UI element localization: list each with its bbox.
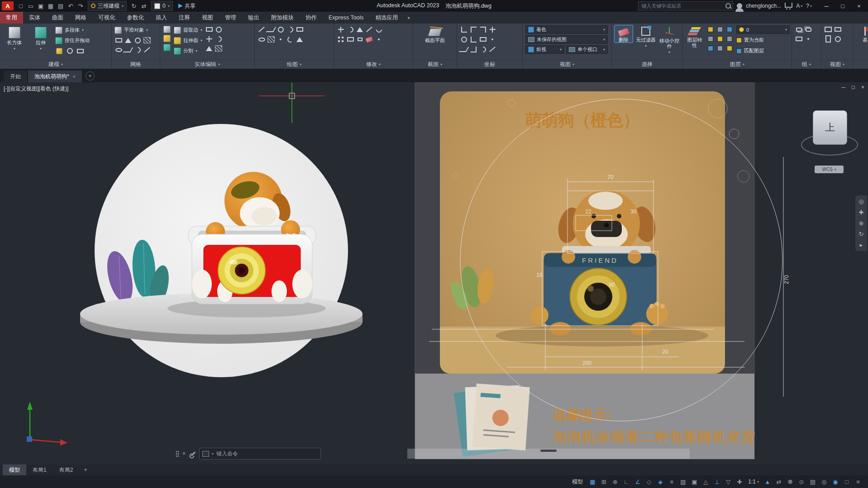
layer-tool-icon[interactable] [725, 44, 734, 52]
layer-tool-icon[interactable] [716, 35, 724, 43]
search-icon[interactable] [725, 3, 731, 9]
tool-icon[interactable] [143, 36, 151, 44]
tool-icon[interactable] [143, 46, 151, 54]
ribbon-tab-featured-apps[interactable]: 精选应用 [370, 12, 404, 24]
save-as-icon[interactable]: ▦ [46, 1, 55, 10]
object-snap-icon[interactable]: ◈ [655, 479, 666, 485]
showmotion-icon[interactable]: ▸ [860, 242, 863, 248]
layer-tool-icon[interactable] [706, 25, 715, 33]
app-menu-button[interactable]: A [2, 1, 14, 10]
plot-icon[interactable]: ▤ [56, 1, 65, 10]
mirror-tool-icon[interactable] [356, 25, 364, 33]
panel-label-section[interactable]: 截面 [413, 60, 457, 69]
point-tool-icon[interactable] [277, 35, 285, 43]
viewport-tool-icon[interactable] [824, 25, 832, 33]
layer-tool-icon[interactable] [716, 25, 724, 33]
command-grip-handle[interactable] [176, 450, 179, 457]
erase-tool-icon[interactable] [365, 35, 373, 43]
offset-tool-icon[interactable] [346, 35, 354, 43]
ucs-tool-icon[interactable] [479, 25, 487, 33]
command-history-panel[interactable] [407, 449, 690, 459]
ucs-tool-icon[interactable] [488, 25, 496, 33]
ucs-tool-icon[interactable] [460, 45, 468, 53]
tool-icon[interactable] [215, 44, 223, 52]
tool-icon[interactable] [114, 36, 123, 44]
graphics-performance-icon[interactable]: ◉ [830, 479, 841, 485]
region-tool-icon[interactable] [296, 35, 304, 43]
separate-button[interactable]: 分割 [174, 46, 202, 56]
erase-button[interactable]: 删除 [615, 25, 633, 43]
gizmo-toggle-icon[interactable]: ✚ [734, 479, 745, 485]
ucs-tool-icon[interactable] [469, 45, 477, 53]
workspace-switching-icon[interactable]: ☸ [785, 479, 796, 485]
match-layer-button[interactable]: 匹配图层 [736, 46, 790, 56]
tool-icon[interactable] [205, 35, 213, 43]
section-plane-button[interactable]: 截面平面 [420, 25, 449, 43]
selection-cycling-icon[interactable]: ▣ [689, 479, 700, 485]
viewcube-top-face[interactable]: 上 [813, 110, 847, 145]
ribbon-tab-visualize[interactable]: 可视化 [92, 12, 121, 24]
ellipse-tool-icon[interactable] [258, 35, 266, 43]
ribbon-tab-annotate[interactable]: 注释 [173, 12, 196, 24]
tool-icon[interactable] [124, 36, 132, 44]
command-panel-grip[interactable] [540, 450, 557, 452]
layer-dropdown[interactable]: 0 [736, 25, 790, 34]
ungroup-tool-icon[interactable] [804, 25, 812, 33]
group-edit-tool-icon[interactable] [795, 35, 803, 43]
command-input[interactable]: ▾ 键入命令 [199, 448, 321, 460]
visual-style-dropdown[interactable]: 着色 [525, 25, 608, 34]
steering-wheel-icon[interactable]: ◎ [858, 198, 863, 205]
tool-icon[interactable] [114, 46, 123, 54]
autodesk-access-menu[interactable]: A [796, 3, 802, 9]
ribbon-tab-output[interactable]: 输出 [242, 12, 265, 24]
panel-label-selection[interactable]: 选择 [612, 60, 682, 69]
panel-label-solid-editing[interactable]: 实体编辑 [160, 60, 254, 69]
ribbon-tab-manage[interactable]: 管理 [219, 12, 242, 24]
transparency-icon[interactable]: ▨ [677, 479, 688, 485]
group-select-tool-icon[interactable] [804, 35, 812, 43]
ribbon-tab-insert[interactable]: 插入 [150, 12, 173, 24]
line-tool-icon[interactable] [258, 25, 266, 33]
isodraft-icon[interactable]: ◇ [644, 479, 654, 485]
ortho-icon[interactable]: ∟ [621, 479, 632, 485]
layer-tool-icon[interactable] [725, 35, 734, 43]
hatch-tool-icon[interactable] [267, 35, 275, 43]
ucs-tool-icon[interactable] [469, 25, 477, 33]
set-current-layer-button[interactable]: 置为当前 [736, 35, 790, 45]
tool-icon[interactable] [215, 25, 223, 33]
move-gizmo-button[interactable]: 移动小控件 [659, 25, 680, 54]
explode-tool-icon[interactable] [375, 35, 383, 43]
layer-properties-button[interactable]: 图层特性 [686, 25, 704, 48]
named-views-dropdown[interactable]: 未保存的视图 [525, 35, 608, 44]
viewport-tool-icon[interactable] [824, 35, 832, 43]
wcs-dropdown[interactable]: WCS [815, 166, 844, 173]
polyline-tool-icon[interactable] [267, 25, 275, 33]
panel-label-view2[interactable]: 视图 [821, 60, 853, 69]
new-file-icon[interactable]: □ [16, 1, 25, 10]
ribbon-collapse-button[interactable]: ▾ [404, 12, 414, 24]
refresh-icon[interactable]: ↻ [129, 1, 138, 10]
panel-label-modeling[interactable]: 建模 [0, 60, 111, 69]
rotate-tool-icon[interactable] [346, 25, 354, 33]
isolate-objects-icon[interactable]: ◎ [819, 479, 830, 485]
rectangle-tool-icon[interactable] [296, 25, 304, 33]
panel-label-view[interactable]: 视图 [523, 60, 611, 69]
ucs-tool-icon[interactable] [469, 35, 477, 43]
ucs-tool-icon[interactable] [488, 45, 496, 53]
lineweight-icon[interactable]: ≡ [666, 479, 677, 485]
panel-label-mesh[interactable]: 网格 [112, 60, 160, 69]
polysolid-button[interactable]: 多段体 [55, 25, 90, 35]
orbit-icon[interactable]: ↻ [859, 231, 864, 237]
move-tool-icon[interactable] [337, 25, 345, 33]
minimize-button[interactable]: ─ [818, 0, 835, 12]
layer-tool-icon[interactable] [716, 44, 724, 52]
ribbon-tab-surface[interactable]: 曲面 [46, 12, 69, 24]
ribbon-tab-parametric[interactable]: 参数化 [121, 12, 150, 24]
open-file-icon[interactable]: ▭ [26, 1, 35, 10]
new-layout-button[interactable]: + [79, 464, 91, 475]
dynamic-ucs-icon[interactable]: ⊥ [711, 479, 722, 485]
qat-value-dropdown[interactable]: 0 [151, 1, 173, 11]
tool-icon[interactable] [163, 25, 171, 33]
polar-tracking-icon[interactable]: ∠ [632, 479, 643, 485]
ucs-tool-icon[interactable] [479, 35, 487, 43]
